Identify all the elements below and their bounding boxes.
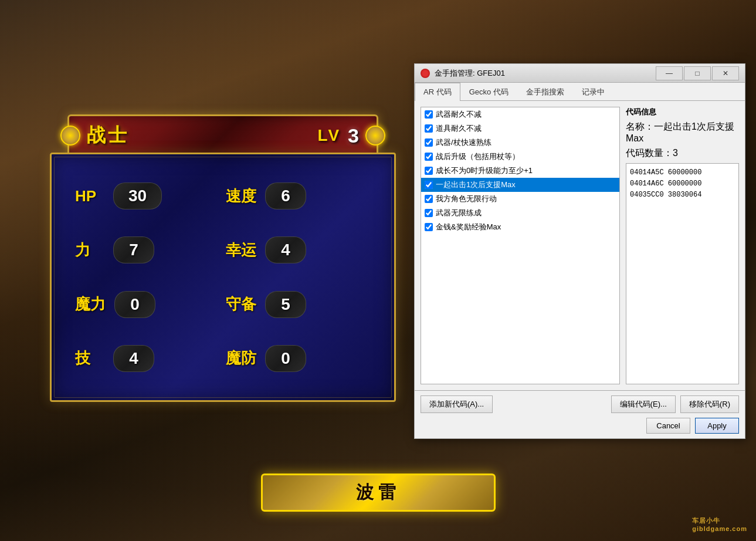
code-name-prefix: 名称： — [626, 121, 654, 131]
cheat-item-6[interactable]: 一起出击1次后支援Max — [421, 178, 619, 192]
stat-def: 守备 5 — [226, 280, 371, 329]
character-name: 波雷 — [356, 481, 401, 505]
code-line-2: 04014A6C 60000000 — [630, 178, 735, 190]
stat-magic-label: 魔力 — [75, 294, 106, 315]
stat-str: 力 7 — [75, 226, 220, 274]
stat-skill-value-box: 4 — [113, 345, 154, 372]
cheat-checkbox-9[interactable] — [425, 223, 433, 231]
dialog-bottom: 添加新代码(A)... 编辑代码(E)... 移除代码(R) Cancel Ap… — [415, 390, 745, 438]
dialog-window-controls: — □ ✕ — [656, 66, 739, 80]
stat-speed: 速度 6 — [226, 172, 371, 220]
code-line-1: 04014A5C 60000000 — [630, 167, 735, 178]
cheat-checkbox-5[interactable] — [425, 167, 433, 175]
cheat-item-9[interactable]: 金钱&奖励经验Max — [421, 220, 619, 234]
stat-hp-value: 30 — [128, 187, 147, 205]
stat-str-value: 7 — [129, 241, 138, 259]
stat-mdef-label: 魔防 — [226, 348, 256, 368]
stat-skill-value: 4 — [129, 349, 138, 367]
add-code-button[interactable]: 添加新代码(A)... — [421, 395, 493, 413]
dialog-title: 金手指管理: GFEJ01 — [435, 68, 651, 79]
character-panel: 战士 LV 3 HP 30 速度 6 力 7 幸运 — [50, 114, 396, 402]
cheat-checkbox-6[interactable] — [425, 181, 433, 189]
cheat-checkbox-8[interactable] — [425, 209, 433, 217]
stat-mdef-value: 0 — [281, 349, 290, 367]
stat-hp-label: HP — [75, 187, 104, 205]
code-info-panel: 代码信息 名称：一起出击1次后支援Max 代码数量：3 04014A5C 600… — [626, 107, 739, 384]
stat-mdef-value-box: 0 — [265, 345, 306, 372]
cheat-item-3[interactable]: 武器/杖快速熟练 — [421, 136, 619, 150]
lv-label: LV — [317, 126, 341, 145]
character-title-bar: 战士 LV 3 — [67, 114, 378, 157]
edit-code-button[interactable]: 编辑代码(E)... — [611, 395, 676, 413]
stat-speed-label: 速度 — [226, 186, 256, 207]
minimize-button[interactable]: — — [656, 66, 683, 80]
stat-luck-label: 幸运 — [226, 240, 256, 261]
watermark: 车居小牛 gibldgame.com — [692, 516, 747, 532]
confirm-buttons-row: Cancel Apply — [421, 418, 739, 434]
watermark-line1: 车居小牛 — [692, 516, 747, 525]
tab-cheat-search[interactable]: 金手指搜索 — [517, 83, 573, 101]
code-line-3: 04035CC0 38030064 — [630, 190, 735, 201]
cheat-label-5: 成长不为0时升级能力至少+1 — [436, 165, 533, 176]
cheat-item-2[interactable]: 道具耐久不减 — [421, 121, 619, 136]
watermark-line2: gibldgame.com — [692, 525, 747, 532]
stat-magic-value-box: 0 — [114, 291, 155, 318]
stat-def-value-box: 5 — [265, 291, 306, 318]
stat-def-label: 守备 — [226, 294, 256, 315]
dialog-tabs: AR 代码 Gecko 代码 金手指搜索 记录中 — [415, 83, 745, 101]
cheat-label-1: 武器耐久不减 — [436, 109, 482, 120]
cheat-label-6: 一起出击1次后支援Max — [436, 180, 516, 190]
cheat-label-8: 武器无限练成 — [436, 208, 482, 218]
close-button[interactable]: ✕ — [712, 66, 739, 80]
stat-luck-value-box: 4 — [265, 236, 306, 263]
stat-skill-label: 技 — [75, 348, 104, 368]
dialog-content: 武器耐久不减 道具耐久不减 武器/杖快速熟练 战后升级（包括用杖等） 成长不为0… — [415, 101, 745, 390]
cheat-label-2: 道具耐久不减 — [436, 123, 482, 134]
code-count-prefix: 代码数量： — [626, 148, 673, 158]
cheat-item-1[interactable]: 武器耐久不减 — [421, 107, 619, 121]
cancel-button[interactable]: Cancel — [646, 418, 690, 434]
cheat-checkbox-4[interactable] — [425, 153, 433, 161]
maximize-button[interactable]: □ — [684, 66, 711, 80]
cheat-label-4: 战后升级（包括用杖等） — [436, 151, 520, 162]
cheat-checkbox-2[interactable] — [425, 124, 433, 133]
stat-magic-value: 0 — [130, 295, 140, 313]
cheat-item-5[interactable]: 成长不为0时升级能力至少+1 — [421, 164, 619, 178]
character-bottom-banner: 波雷 — [261, 474, 496, 512]
cheat-list-panel[interactable]: 武器耐久不减 道具耐久不减 武器/杖快速熟练 战后升级（包括用杖等） 成长不为0… — [421, 107, 620, 384]
cheat-item-8[interactable]: 武器无限练成 — [421, 206, 619, 220]
dialog-app-icon — [421, 69, 430, 78]
stat-mdef: 魔防 0 — [226, 334, 371, 383]
tab-ar-code[interactable]: AR 代码 — [415, 83, 460, 101]
stat-skill: 技 4 — [75, 334, 220, 383]
cheat-label-9: 金钱&奖励经验Max — [436, 222, 501, 232]
remove-code-button[interactable]: 移除代码(R) — [680, 395, 739, 413]
cheat-checkbox-1[interactable] — [425, 110, 433, 119]
cheat-checkbox-7[interactable] — [425, 195, 433, 203]
tab-recording[interactable]: 记录中 — [573, 83, 613, 101]
character-level-area: LV 3 — [317, 124, 359, 147]
stat-hp-value-box: 30 — [113, 182, 162, 209]
action-buttons-row: 添加新代码(A)... 编辑代码(E)... 移除代码(R) — [421, 395, 739, 413]
stat-luck: 幸运 4 — [226, 226, 371, 274]
tab-gecko-code[interactable]: Gecko 代码 — [460, 83, 517, 101]
code-count-row: 代码数量：3 — [626, 147, 739, 160]
apply-button[interactable]: Apply — [695, 418, 739, 434]
code-name-row: 名称：一起出击1次后支援Max — [626, 121, 739, 144]
character-level: 3 — [348, 124, 359, 147]
stat-def-value: 5 — [281, 295, 290, 313]
code-count-value: 3 — [673, 148, 678, 158]
cheat-item-7[interactable]: 我方角色无限行动 — [421, 192, 619, 206]
cheat-manager-dialog: 金手指管理: GFEJ01 — □ ✕ AR 代码 Gecko 代码 金手指搜索… — [414, 63, 745, 439]
stat-magic: 魔力 0 — [75, 280, 220, 329]
stat-hp: HP 30 — [75, 172, 220, 220]
cheat-checkbox-3[interactable] — [425, 138, 433, 147]
cheat-item-4[interactable]: 战后升级（包括用杖等） — [421, 150, 619, 164]
code-info-section-label: 代码信息 — [626, 107, 739, 117]
cheat-label-3: 武器/杖快速熟练 — [436, 137, 491, 148]
stat-str-value-box: 7 — [113, 236, 154, 263]
stats-box: HP 30 速度 6 力 7 幸运 4 魔力 — [50, 153, 396, 402]
stat-str-label: 力 — [75, 240, 104, 261]
code-display-area: 04014A5C 60000000 04014A6C 60000000 0403… — [626, 163, 739, 384]
cheat-label-7: 我方角色无限行动 — [436, 194, 497, 204]
